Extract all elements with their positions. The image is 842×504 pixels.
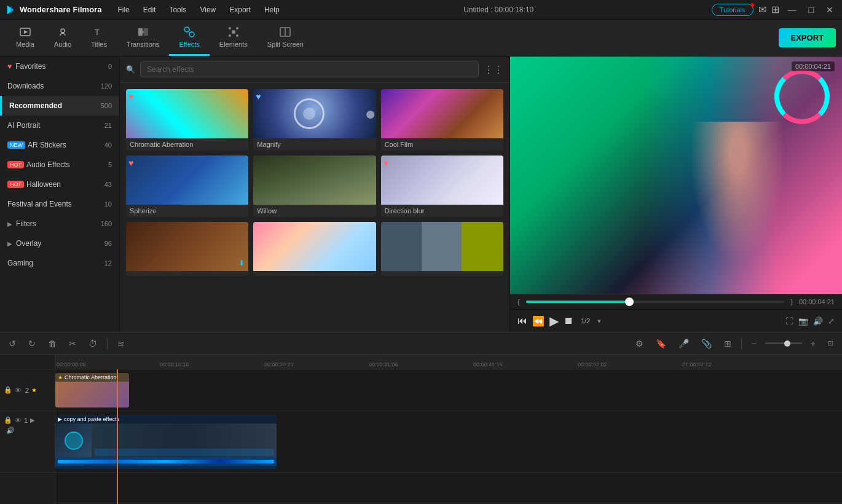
- track-1-visibility-icon[interactable]: 👁: [15, 417, 22, 424]
- fit-to-window-button[interactable]: ⊡: [824, 337, 837, 350]
- effect-magnify[interactable]: ♥ Magnify: [253, 89, 376, 151]
- zoom-in-button[interactable]: +: [807, 336, 819, 351]
- grid-toggle-icon[interactable]: ⋮⋮: [484, 64, 503, 76]
- redo-button[interactable]: ↻: [25, 336, 39, 351]
- playhead[interactable]: ▼: [117, 369, 118, 504]
- effect-direction-blur[interactable]: ♥ Direction blur: [381, 156, 503, 217]
- toolbar-audio[interactable]: Audio: [44, 20, 81, 56]
- undo-button[interactable]: ↺: [5, 336, 20, 351]
- playback-speed-dropdown[interactable]: ▾: [597, 317, 601, 325]
- sidebar-label-gaming: Gaming: [7, 259, 102, 267]
- toolbar-split-screen[interactable]: Split Screen: [258, 20, 313, 56]
- snapshot-icon[interactable]: 📷: [798, 317, 808, 326]
- heart-icon: ♥: [7, 62, 12, 71]
- sidebar-item-downloads[interactable]: Downloads 120: [0, 76, 119, 96]
- effect-row3b[interactable]: [253, 222, 376, 276]
- track-2-lock-icon[interactable]: 🔒: [4, 386, 12, 394]
- effect-cool-film[interactable]: Cool Film: [381, 89, 503, 151]
- track-1-play-icon[interactable]: ▶: [30, 417, 35, 423]
- track-2-visibility-icon[interactable]: 👁: [15, 387, 22, 394]
- sidebar-item-filters[interactable]: ▶ Filters 160: [0, 214, 119, 234]
- mail-icon[interactable]: ✉: [758, 4, 766, 15]
- media-add-button[interactable]: 📎: [698, 336, 715, 351]
- menu-file[interactable]: File: [111, 3, 135, 17]
- toolbar-titles[interactable]: T Titles: [81, 20, 117, 56]
- sidebar-item-ai-portrait[interactable]: AI Portrait 21: [0, 116, 119, 135]
- svg-rect-7: [144, 28, 148, 36]
- cut-button[interactable]: ✂: [65, 336, 80, 351]
- sidebar-item-festival[interactable]: Festival and Events 10: [0, 194, 119, 214]
- close-button[interactable]: ✕: [822, 5, 837, 15]
- split-button[interactable]: ⊞: [720, 336, 735, 351]
- grid-icon[interactable]: ⊞: [771, 4, 779, 15]
- download-icon-row3a: ⬇: [238, 259, 245, 267]
- crop-icon[interactable]: ⤢: [828, 317, 835, 326]
- toolbar-effects[interactable]: Effects: [169, 20, 209, 56]
- track-clip-effect[interactable]: ★ Chromatic Aberration: [55, 373, 129, 408]
- track-1-volume-icon[interactable]: 🔊: [6, 427, 15, 435]
- mic-button[interactable]: 🎤: [675, 336, 693, 351]
- skip-back-button[interactable]: ⏮: [517, 315, 527, 326]
- menu-help[interactable]: Help: [258, 3, 286, 17]
- sidebar-item-ar-stickers[interactable]: NEW AR Stickers 40: [0, 135, 119, 155]
- toolbar-media[interactable]: Media: [6, 20, 44, 56]
- sidebar-item-recommended[interactable]: Recommended 500: [0, 96, 119, 116]
- tutorials-button[interactable]: Tutorials: [712, 4, 753, 16]
- track-1-lock-icon[interactable]: 🔒: [4, 416, 12, 424]
- effect-clip-icon: ★: [58, 374, 63, 380]
- track-1-controls: 🔒 👁 1 ▶: [4, 416, 35, 424]
- effect-label-magnify: Magnify: [253, 138, 376, 151]
- zoom-handle[interactable]: [784, 341, 790, 347]
- export-button[interactable]: EXPORT: [779, 28, 836, 47]
- minimize-button[interactable]: —: [784, 5, 800, 15]
- menu-tools[interactable]: Tools: [163, 3, 192, 17]
- effect-row3c[interactable]: [381, 222, 503, 276]
- sidebar-item-favorites[interactable]: ♥ Favorites 0: [0, 57, 119, 76]
- sidebar-item-halloween[interactable]: HOT Halloween 43: [0, 175, 119, 194]
- sidebar-item-overlay[interactable]: ▶ Overlay 96: [0, 234, 119, 253]
- toolbar-split-screen-label: Split Screen: [267, 41, 304, 48]
- volume-icon[interactable]: 🔊: [813, 317, 823, 326]
- zoom-out-button[interactable]: −: [748, 336, 760, 351]
- zoom-slider[interactable]: [765, 342, 802, 344]
- preview-progress-handle[interactable]: [625, 297, 634, 306]
- ruler-mark-3: 00:00:31:06: [369, 361, 398, 368]
- video-thumb-1: [55, 423, 92, 457]
- duration-button[interactable]: ⏱: [85, 336, 101, 351]
- toolbar-transitions[interactable]: Transitions: [117, 20, 169, 56]
- effect-chromatic-aberration[interactable]: ♥ Chromatic Aberration: [126, 89, 248, 151]
- step-back-button[interactable]: ⏪: [532, 315, 545, 327]
- menu-edit[interactable]: Edit: [137, 3, 162, 17]
- search-input[interactable]: [140, 61, 479, 77]
- effect-spherize[interactable]: ♥ Spherize: [126, 156, 248, 217]
- toolbar-elements-label: Elements: [219, 41, 248, 48]
- badge-new-ar: NEW: [7, 141, 25, 149]
- stop-button[interactable]: ⏹: [564, 315, 573, 326]
- play-button[interactable]: ▶: [549, 313, 559, 328]
- search-icon: 🔍: [126, 65, 135, 74]
- audio-edit-button[interactable]: ≋: [114, 336, 128, 351]
- clip-icon-button[interactable]: 🔖: [652, 336, 670, 351]
- expand-icon-filters: ▶: [7, 221, 12, 227]
- track-1-row: ▶ copy and paste effects: [55, 411, 842, 473]
- menu-export[interactable]: Export: [223, 3, 257, 17]
- preview-video: 00:00:04:21: [510, 57, 842, 294]
- svg-marker-3: [24, 30, 28, 34]
- maximize-button[interactable]: □: [805, 5, 817, 15]
- toolbar-elements[interactable]: Elements: [210, 20, 258, 56]
- svg-point-8: [184, 27, 189, 32]
- playback-controls-group: ⏮ ⏪ ▶ ⏹: [517, 313, 573, 328]
- track-clip-video[interactable]: ▶ copy and paste effects: [55, 415, 277, 469]
- menu-view[interactable]: View: [194, 3, 222, 17]
- timeline-ruler[interactable]: 00:00:00:00 00:00:10:10 00:00:20:20 00:0…: [55, 355, 842, 369]
- fullscreen-icon[interactable]: ⛶: [785, 317, 793, 326]
- svg-point-14: [236, 34, 238, 37]
- delete-button[interactable]: 🗑: [44, 336, 60, 351]
- svg-marker-1: [10, 5, 14, 14]
- sidebar-item-audio-effects[interactable]: HOT Audio Effects 5: [0, 155, 119, 175]
- sidebar-item-gaming[interactable]: Gaming 12: [0, 253, 119, 273]
- settings-icon-button[interactable]: ⚙: [632, 336, 647, 351]
- preview-progress-bar[interactable]: [526, 301, 785, 303]
- effect-willow[interactable]: Willow: [253, 156, 376, 217]
- effect-row3a[interactable]: ⬇: [126, 222, 248, 276]
